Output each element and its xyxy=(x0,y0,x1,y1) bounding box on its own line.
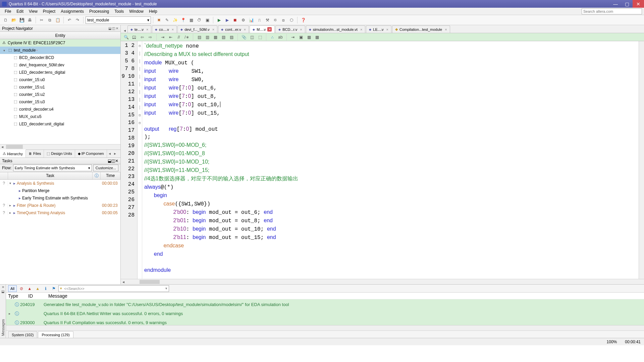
tree-instance[interactable]: ⬚counter_15:u0 xyxy=(0,76,120,83)
file-tab[interactable]: ◆LE....v× xyxy=(366,25,391,33)
messages-list[interactable]: ⓘ204019Generated file test_module_v.sdo … xyxy=(6,299,644,325)
cut-icon[interactable]: ✂ xyxy=(38,16,45,24)
menu-project[interactable]: Project xyxy=(40,8,58,15)
message-row[interactable]: ⓘ293000Quartus II Full Compilation was s… xyxy=(6,318,644,325)
file-tab[interactable]: ◆co....v× xyxy=(152,25,177,33)
close-icon[interactable]: × xyxy=(445,27,447,32)
tree-instance[interactable]: ⬚MUX_out:u5 xyxy=(0,113,120,120)
tool3-icon[interactable]: ⧈ xyxy=(280,16,287,24)
hierarchy-tree[interactable]: ⚠Cyclone IV E: EP4CE115F29C7 ▾⬚test_modu… xyxy=(0,39,120,144)
pin-icon[interactable]: ⬓ xyxy=(108,26,111,30)
tab-system[interactable]: System (102) xyxy=(8,331,37,338)
copy-icon[interactable]: ⧉ xyxy=(46,16,53,24)
new-icon[interactable]: 🗋 xyxy=(2,16,9,24)
tree-instance[interactable]: ⬚LED_decoder:tens_digital xyxy=(0,69,120,76)
menu-file[interactable]: File xyxy=(2,8,14,15)
menu-window[interactable]: Window xyxy=(126,8,146,15)
t9-icon[interactable]: ab xyxy=(277,34,284,41)
file-tab[interactable]: ◆M....v✕ xyxy=(250,25,275,33)
task-row[interactable]: ?▸▸Fitter (Place & Route)00:00:23 xyxy=(0,202,120,209)
file-tab[interactable]: ◆te....v× xyxy=(127,25,151,33)
code-area[interactable]: 1 2 3 4 5 6 7 8 9 10 11 12 13 14 15 16 1… xyxy=(121,41,644,279)
undock-icon[interactable]: ◫ xyxy=(112,26,115,30)
close-icon[interactable]: × xyxy=(212,27,214,32)
close-icon[interactable]: × xyxy=(300,27,302,32)
t3-icon[interactable]: ▦ xyxy=(212,34,219,41)
search-input[interactable] xyxy=(582,8,642,14)
t6-icon[interactable]: ◫ xyxy=(249,34,255,41)
menu-tools[interactable]: Tools xyxy=(112,8,126,15)
zoom-level[interactable]: 100% xyxy=(607,340,617,344)
paste-icon[interactable]: 📋 xyxy=(54,16,61,24)
close-icon[interactable]: × xyxy=(386,27,388,32)
editor-hscroll[interactable]: ◂ xyxy=(121,279,644,284)
tabs-nav-left-icon[interactable]: ◂ xyxy=(122,28,127,33)
fwd-icon[interactable]: ⇨ xyxy=(147,34,154,41)
print-icon[interactable]: 🖶 xyxy=(26,16,34,24)
tab-processing[interactable]: Processing (129) xyxy=(38,331,73,338)
tree-instance[interactable]: ⬚counter_15:u2 xyxy=(0,91,120,98)
tool4-icon[interactable]: ⬡ xyxy=(288,16,295,24)
filter-info-icon[interactable]: ℹ xyxy=(42,285,49,292)
tab-hierarchy[interactable]: ⚠Hierarchy xyxy=(0,149,26,158)
timing-icon[interactable]: ⏱ xyxy=(196,16,203,24)
tabs-left-icon[interactable]: ◂ xyxy=(107,150,112,158)
close-icon[interactable]: ✕ xyxy=(116,26,118,30)
sim-icon[interactable]: ⎍ xyxy=(256,16,263,24)
filter-error-icon[interactable]: ⊘ xyxy=(18,285,25,292)
close-icon[interactable]: × xyxy=(146,27,148,32)
tool2-icon[interactable]: ⛭ xyxy=(272,16,279,24)
device-icon[interactable]: ▣ xyxy=(204,16,211,24)
task-row[interactable]: ?▾▸Analysis & Synthesis00:00:03 xyxy=(0,180,120,187)
tree-instance[interactable]: ⬚BCD_decoder:BCD xyxy=(0,54,120,61)
undo-icon[interactable]: ↶ xyxy=(66,16,73,24)
t13-icon[interactable]: ▩ xyxy=(314,34,320,41)
outdent-icon[interactable]: ⇤ xyxy=(167,34,174,41)
uncomment-icon[interactable]: /∗ xyxy=(183,34,190,41)
file-tab[interactable]: ◆devi_f..._50M.v× xyxy=(177,25,217,33)
attach-icon[interactable]: 📎 xyxy=(240,34,247,41)
tree-hscroll[interactable]: ◂ xyxy=(0,144,120,149)
task-row[interactable]: ?▸▸TimeQuest Timing Analysis00:00:05 xyxy=(0,209,120,217)
pin-icon[interactable]: 📍 xyxy=(179,16,187,24)
tabs-right-icon[interactable]: ▸ xyxy=(112,150,118,158)
stop-icon[interactable]: ⏹ xyxy=(231,16,239,24)
bookmark-icon[interactable]: 🕮 xyxy=(131,34,138,41)
task-list[interactable]: ?▾▸Analysis & Synthesis00:00:03▸Partitio… xyxy=(0,180,120,285)
menu-processing[interactable]: Processing xyxy=(87,8,112,15)
close-icon[interactable]: ✕ xyxy=(2,285,4,289)
filter-critical-icon[interactable]: ▲ xyxy=(26,285,33,292)
editor-vscroll[interactable] xyxy=(639,41,644,279)
message-row[interactable]: ▸ⓘQuartus II 64-Bit EDA Netlist Writer w… xyxy=(6,309,644,318)
project-select[interactable]: test_module▾ xyxy=(86,16,151,24)
t2-icon[interactable]: ▥ xyxy=(204,34,211,41)
close-button[interactable]: ✕ xyxy=(633,0,644,8)
tree-instance[interactable]: ⬚LED_decoder:unit_digital xyxy=(0,120,120,128)
comment-icon[interactable]: // xyxy=(175,34,182,41)
t7-icon[interactable]: ⬚ xyxy=(257,34,263,41)
close-icon[interactable]: × xyxy=(360,27,362,32)
file-tab[interactable]: ◆Compilation...test_module× xyxy=(392,25,450,33)
menu-edit[interactable]: Edit xyxy=(14,8,26,15)
tree-instance[interactable]: ⬚control_decoder:u4 xyxy=(0,106,120,113)
t8-icon[interactable]: ⛬ xyxy=(269,34,276,41)
filter-all-button[interactable]: All xyxy=(8,285,17,292)
task-row[interactable]: ▸Early Timing Estimate with Synthesis xyxy=(0,194,120,202)
settings-icon[interactable]: ✖ xyxy=(155,16,163,24)
menu-assignments[interactable]: Assignments xyxy=(58,8,87,15)
gear-icon[interactable]: ⚙ xyxy=(239,16,247,24)
t10-icon[interactable]: ⇥ xyxy=(289,34,296,41)
message-row[interactable]: ⓘ204019Generated file test_module_v.sdo … xyxy=(6,300,644,309)
redo-icon[interactable]: ↷ xyxy=(74,16,81,24)
task-row[interactable]: ▸Partition Merge xyxy=(0,187,120,194)
fold-column[interactable]: ⊟ │ │ │ │ │ │ │ │ ⊟ ⊟ xyxy=(138,41,142,279)
back-icon[interactable]: ⇦ xyxy=(139,34,146,41)
filter-flag-icon[interactable]: ⚑ xyxy=(50,285,57,292)
messages-hscroll[interactable] xyxy=(6,325,644,330)
close-icon[interactable]: ✕ xyxy=(267,27,272,32)
t11-icon[interactable]: ▣ xyxy=(298,34,304,41)
minimize-button[interactable]: — xyxy=(610,0,621,8)
close-icon[interactable]: × xyxy=(172,27,174,32)
maximize-button[interactable]: ▢ xyxy=(621,0,633,8)
device-row[interactable]: ⚠Cyclone IV E: EP4CE115F29C7 xyxy=(0,39,120,47)
